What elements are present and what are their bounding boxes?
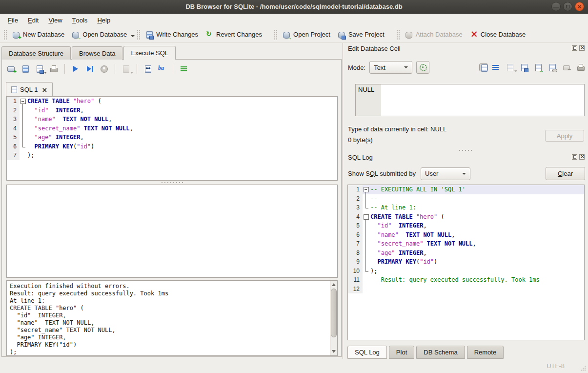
sql-file-icon — [11, 86, 17, 93]
cell-value: NULL — [356, 84, 381, 116]
minimize-icon[interactable]: — — [551, 2, 561, 11]
new-database-button[interactable]: New Database — [8, 29, 68, 41]
new-tab-icon[interactable] — [7, 65, 16, 73]
menu-edit[interactable]: Edit — [23, 14, 43, 26]
dock-tab-plot[interactable]: Plot — [389, 346, 414, 359]
fold-marker-icon[interactable] — [363, 194, 370, 204]
menu-view[interactable]: View — [43, 14, 67, 26]
code-line: 3-- At line 1: — [348, 203, 584, 212]
sql-log-view[interactable]: 1-- EXECUTING ALL IN 'SQL 1'2--3-- At li… — [347, 185, 585, 340]
main-tab-bar: Database Structure Browse Data Execute S… — [1, 46, 177, 60]
write-changes-button[interactable]: Write Changes — [142, 29, 202, 41]
fold-marker-icon[interactable] — [20, 133, 27, 142]
revert-changes-icon — [205, 31, 214, 39]
code-line: 7); — [7, 151, 337, 160]
dock-splitter[interactable] — [343, 148, 588, 152]
save-project-icon — [337, 31, 346, 39]
set-null-icon — [562, 63, 571, 71]
execute-all-icon[interactable] — [71, 65, 80, 73]
format-icon[interactable] — [180, 65, 188, 73]
fold-marker-icon[interactable] — [363, 185, 370, 194]
open-database-icon — [71, 31, 80, 39]
fold-marker-icon[interactable] — [363, 221, 370, 230]
execute-line-icon[interactable] — [85, 65, 94, 73]
toolbar-grip[interactable] — [3, 29, 7, 40]
clear-button[interactable]: Clear — [546, 167, 585, 180]
dock-tab-sql-log[interactable]: SQL Log — [347, 346, 387, 359]
toolbar-grip[interactable] — [274, 29, 277, 40]
dock-tab-db-schema[interactable]: DB Schema — [416, 346, 465, 359]
close-icon[interactable]: × — [575, 2, 584, 11]
gear-icon — [419, 63, 427, 71]
open-database-button[interactable]: Open Database — [68, 29, 130, 41]
find-icon[interactable] — [143, 65, 152, 73]
scroll-down-icon[interactable] — [332, 350, 336, 353]
revert-changes-button[interactable]: Revert Changes — [202, 29, 265, 41]
fold-marker-icon[interactable] — [363, 239, 370, 249]
code-line: 6 "name" TEXT NOT NULL, — [348, 230, 584, 240]
open-project-button[interactable]: Open Project — [279, 29, 334, 41]
text-view-icon[interactable] — [479, 63, 488, 71]
resize-grip[interactable] — [580, 365, 586, 371]
export-data-icon[interactable] — [534, 63, 543, 71]
fold-marker-icon[interactable] — [20, 142, 27, 151]
tab-close-icon[interactable]: × — [41, 86, 47, 93]
code-line: 8 "age" INTEGER, — [348, 249, 584, 258]
toolbar-grip[interactable] — [396, 29, 400, 40]
status-bar: UTF-8 — [0, 359, 588, 373]
print-icon[interactable] — [49, 65, 58, 73]
toolbar-grip[interactable] — [137, 29, 140, 40]
fold-marker-icon[interactable] — [20, 106, 27, 115]
fold-marker-icon[interactable] — [363, 257, 370, 267]
results-grid-pane[interactable] — [6, 185, 338, 278]
save-results-icon — [122, 65, 130, 73]
fold-marker-icon[interactable] — [20, 115, 27, 124]
mode-select[interactable]: Text — [369, 61, 412, 74]
dock-tab-remote[interactable]: Remote — [467, 346, 504, 359]
results-scrollbar[interactable] — [330, 281, 337, 355]
fold-marker-icon[interactable] — [363, 249, 370, 258]
fold-marker-icon[interactable] — [20, 97, 27, 106]
menu-tools[interactable]: Tools — [67, 14, 93, 26]
maximize-icon[interactable] — [563, 2, 572, 11]
editor-splitter[interactable] — [2, 181, 341, 185]
cell-editor[interactable]: NULL — [355, 84, 585, 116]
sql-log-title: SQL Log — [348, 154, 373, 161]
open-external-icon[interactable] — [548, 63, 557, 71]
close-panel-icon[interactable] — [579, 154, 585, 160]
tab-execute-sql[interactable]: Execute SQL — [123, 46, 176, 60]
print-cell-icon[interactable] — [576, 63, 585, 71]
tab-browse-data[interactable]: Browse Data — [72, 46, 122, 60]
scrollbar-thumb[interactable] — [331, 289, 337, 337]
fold-marker-icon[interactable] — [20, 124, 27, 133]
word-wrap-icon[interactable] — [491, 63, 500, 71]
open-database-dropdown[interactable] — [130, 30, 135, 40]
close-panel-icon[interactable] — [579, 45, 585, 51]
bottom-dock-tabs: SQL Log Plot DB Schema Remote — [347, 346, 504, 359]
submitted-by-select[interactable]: User — [421, 167, 470, 180]
execution-results-text: Execution finished without errors. Resul… — [7, 281, 337, 356]
scroll-up-icon[interactable] — [332, 283, 336, 286]
code-line: 9 PRIMARY KEY("id") — [348, 257, 584, 267]
import-data-icon[interactable] — [520, 63, 528, 71]
close-database-button[interactable]: Close Database — [466, 29, 529, 41]
auto-switch-mode-button[interactable] — [416, 61, 429, 74]
replace-icon[interactable] — [158, 65, 166, 73]
menu-help[interactable]: Help — [92, 14, 115, 26]
float-panel-icon[interactable] — [572, 154, 577, 160]
menu-file[interactable]: File — [3, 14, 23, 26]
fold-marker-icon[interactable] — [363, 203, 370, 212]
edit-cell-title: Edit Database Cell — [348, 45, 401, 52]
sql-file-tab[interactable]: SQL 1 × — [6, 82, 53, 97]
tab-database-structure[interactable]: Database Structure — [1, 46, 71, 60]
fold-marker-icon[interactable] — [363, 230, 370, 240]
sql-editor[interactable]: 1CREATE TABLE "hero" (2 "id" INTEGER,3 "… — [6, 96, 338, 181]
save-sql-file-icon[interactable] — [35, 65, 44, 73]
sql-file-tab-bar: SQL 1 × — [6, 82, 53, 97]
fold-marker-icon[interactable] — [363, 267, 370, 276]
code-line: 4CREATE TABLE "hero" ( — [348, 212, 584, 222]
fold-marker-icon[interactable] — [363, 212, 370, 222]
save-project-button[interactable]: Save Project — [334, 29, 388, 41]
float-panel-icon[interactable] — [572, 45, 577, 51]
open-sql-file-icon[interactable] — [21, 65, 30, 73]
